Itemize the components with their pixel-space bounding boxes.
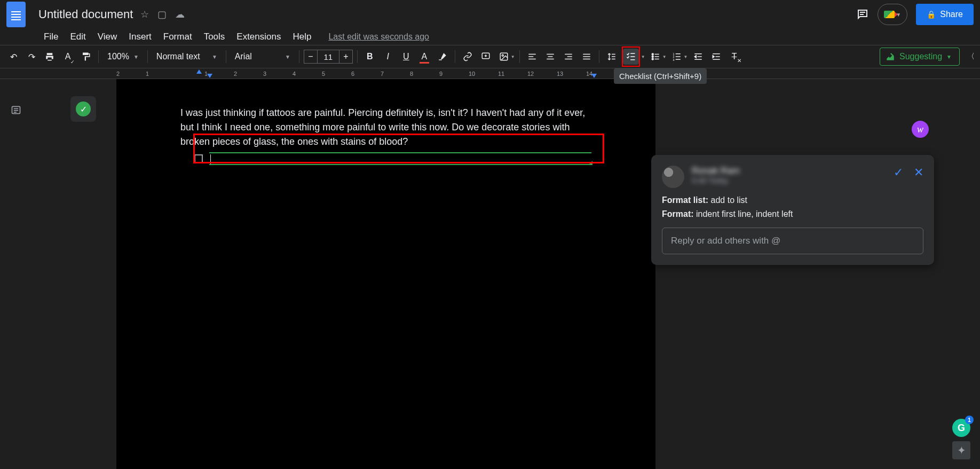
font-size-input[interactable] [318, 50, 339, 64]
ruler-tick: 10 [469, 71, 475, 77]
explore-icon[interactable]: ✦ [952, 441, 970, 459]
ruler-tick: 12 [527, 71, 534, 77]
menu-view[interactable]: View [92, 30, 123, 43]
share-label: Share [940, 10, 963, 19]
docs-home-icon[interactable] [6, 2, 26, 27]
grammarly-badge: 1 [965, 416, 974, 424]
hide-menus-icon[interactable]: 〈 [967, 52, 975, 61]
document-paragraph[interactable]: I was just thinking if tattoos are painf… [180, 106, 591, 149]
font-size-control: − + [304, 50, 353, 64]
mode-label: Suggesting [899, 52, 942, 61]
svg-point-26 [652, 56, 653, 58]
ruler-tick: 2 [234, 71, 237, 77]
menu-edit[interactable]: Edit [65, 30, 91, 43]
paint-format-icon[interactable] [78, 49, 94, 65]
ruler-tick: 9 [439, 71, 442, 77]
ruler-tick: 6 [351, 71, 354, 77]
clear-formatting-icon[interactable]: T✕ [726, 49, 742, 65]
increase-indent-icon[interactable] [708, 49, 724, 65]
svg-point-27 [652, 58, 653, 60]
suggestion-author-name: Ronak Ram [692, 166, 886, 176]
menu-bar: File Edit View Insert Format Tools Exten… [0, 29, 980, 45]
align-center-icon[interactable] [542, 49, 558, 65]
ruler-tick: 11 [498, 71, 504, 77]
left-indent-marker[interactable] [207, 74, 212, 78]
menu-file[interactable]: File [38, 30, 64, 43]
svg-text:3: 3 [673, 58, 674, 61]
menu-extensions[interactable]: Extensions [231, 30, 286, 43]
comment-history-icon[interactable] [856, 8, 869, 21]
share-button[interactable]: 🔒 Share [916, 4, 974, 25]
right-indent-marker[interactable] [591, 74, 597, 78]
reject-suggestion-icon[interactable]: ✕ [914, 166, 923, 179]
checkbox-icon[interactable] [194, 154, 203, 163]
svg-point-6 [502, 54, 503, 56]
align-left-icon[interactable] [524, 49, 540, 65]
accept-suggestion-icon[interactable]: ✓ [894, 166, 903, 179]
ruler-tick: 3 [263, 71, 266, 77]
last-edit-link[interactable]: Last edit was seconds ago [328, 32, 429, 42]
ruler-tick: 13 [557, 71, 563, 77]
bulleted-list-icon[interactable] [647, 49, 663, 65]
add-comment-icon[interactable] [478, 49, 494, 65]
numbered-list-icon[interactable]: 123 [669, 49, 685, 65]
first-line-indent-marker[interactable] [196, 69, 202, 74]
ruler-tick: 1 [146, 71, 149, 77]
document-title[interactable]: Untitled document [38, 7, 133, 21]
line-spacing-icon[interactable] [604, 49, 620, 65]
star-icon[interactable]: ☆ [140, 9, 149, 20]
redo-icon[interactable]: ↷ [23, 49, 39, 65]
checklist-highlight [622, 46, 640, 67]
checklist-item[interactable] [194, 152, 591, 165]
suggestion-line-1: Format list: add to list [662, 196, 923, 205]
grammarly-icon[interactable]: G1 [952, 419, 970, 437]
align-justify-icon[interactable] [579, 49, 595, 65]
svg-point-25 [652, 53, 653, 55]
menu-tools[interactable]: Tools [199, 30, 231, 43]
menu-help[interactable]: Help [287, 30, 317, 43]
menu-format[interactable]: Format [158, 30, 197, 43]
suggestion-author-avatar[interactable] [662, 166, 684, 188]
ruler-tick: 2 [116, 71, 120, 77]
font-size-increase[interactable]: + [339, 50, 353, 64]
mode-suggesting[interactable]: Suggesting ▼ [880, 48, 960, 66]
cloud-status-icon[interactable]: ☁ [175, 9, 185, 20]
ruler-tick: 5 [322, 71, 325, 77]
bold-icon[interactable]: B [362, 49, 378, 65]
insert-image-icon[interactable] [496, 49, 512, 65]
toolbar: ↶ ↷ A✓ 100%▼ Normal text▼ Arial▼ − + B I… [0, 45, 980, 68]
suggestion-time: 9:48 Today [692, 176, 886, 185]
italic-icon[interactable]: I [380, 49, 396, 65]
reply-input[interactable]: Reply or add others with @ [662, 228, 923, 254]
ruler-tick: 7 [381, 71, 384, 77]
move-icon[interactable]: ▢ [157, 9, 167, 20]
paragraph-style-select[interactable]: Normal text▼ [152, 49, 222, 65]
checklist-text-line[interactable] [209, 152, 591, 165]
menu-insert[interactable]: Insert [123, 30, 157, 43]
title-bar: Untitled document ☆ ▢ ☁ ▼ 🔒 Share [0, 0, 980, 29]
checklist-icon[interactable] [623, 49, 639, 65]
tooltip-checklist: Checklist (Ctrl+Shift+9) [614, 68, 707, 84]
suggestion-card: Ronak Ram 9:48 Today ✓ ✕ Format list: ad… [651, 155, 934, 265]
undo-icon[interactable]: ↶ [5, 49, 21, 65]
text-color-icon[interactable]: A [416, 49, 432, 65]
collaborator-avatar[interactable]: w [912, 121, 929, 138]
suggestion-line-2: Format: indent first line, indent left [662, 209, 923, 219]
meet-button[interactable]: ▼ [878, 4, 907, 25]
font-size-decrease[interactable]: − [304, 50, 318, 64]
font-family-select[interactable]: Arial▼ [231, 49, 295, 65]
print-icon[interactable] [42, 49, 58, 65]
align-right-icon[interactable] [560, 49, 576, 65]
highlight-icon[interactable] [434, 49, 451, 65]
underline-icon[interactable]: U [398, 49, 414, 65]
document-page[interactable]: I was just thinking if tattoos are painf… [116, 79, 655, 469]
spellcheck-icon[interactable]: A✓ [60, 49, 76, 65]
ruler[interactable]: 2 1 1 2 3 4 5 6 7 8 9 10 11 12 13 14 15 … [0, 68, 980, 79]
ruler-tick: 4 [293, 71, 296, 77]
lock-icon: 🔒 [927, 10, 936, 19]
insert-link-icon[interactable] [460, 49, 476, 65]
zoom-select[interactable]: 100%▼ [103, 49, 143, 65]
decrease-indent-icon[interactable] [690, 49, 706, 65]
checklist-dropdown-icon[interactable]: ▼ [641, 54, 645, 59]
ruler-tick: 8 [410, 71, 413, 77]
